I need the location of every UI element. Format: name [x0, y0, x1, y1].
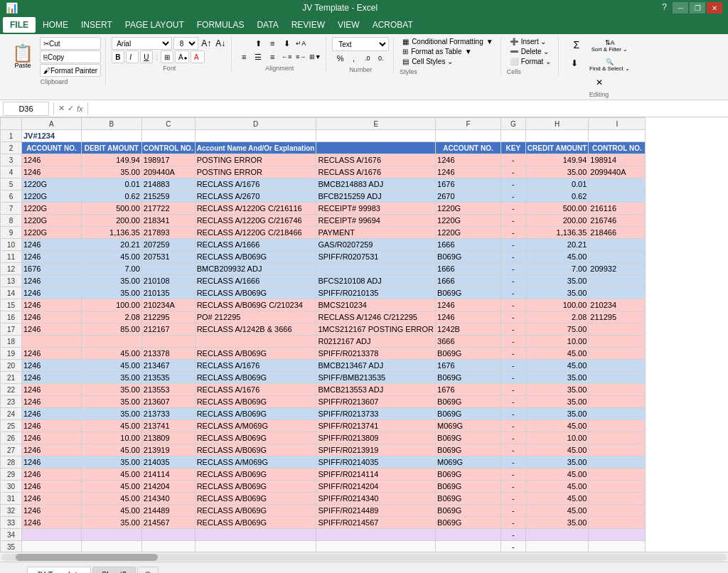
cell-b18[interactable] [81, 336, 141, 348]
cell-g35[interactable]: - [500, 541, 525, 552]
cell-c14[interactable]: 210135 [141, 287, 195, 299]
cell-g23[interactable]: - [500, 396, 525, 408]
cell-d6[interactable]: RECLASS A/2670 [195, 191, 316, 203]
row-header-21[interactable]: 21 [1, 372, 22, 384]
scroll-right-icon[interactable]: ▶ [16, 569, 27, 573]
cell-c3[interactable]: 198917 [141, 154, 195, 166]
col-header-d[interactable]: D [195, 118, 316, 130]
cell-e27[interactable]: SPIFF/R0213919 [316, 444, 436, 456]
cell-a15[interactable]: 1246 [22, 299, 82, 311]
cell-f14[interactable]: B069G [436, 287, 501, 299]
cell-c18[interactable] [141, 336, 195, 348]
insert-cells-button[interactable]: ➕ Insert ⌄ [507, 37, 554, 46]
cell-f12[interactable]: 1666 [436, 263, 501, 275]
cell-b31[interactable]: 45.00 [81, 493, 141, 505]
cell-h17[interactable]: 75.00 [525, 323, 589, 336]
cell-g20[interactable]: - [500, 360, 525, 372]
cell-h5[interactable]: 0.01 [525, 178, 589, 191]
bold-button[interactable]: B [112, 50, 124, 63]
cell-c28[interactable]: 214035 [141, 456, 195, 468]
cell-h1[interactable] [525, 130, 589, 142]
cell-b23[interactable]: 35.00 [81, 396, 141, 408]
cell-f26[interactable]: B069G [436, 432, 501, 444]
format-cells-button[interactable]: ⬜ Format ⌄ [507, 57, 554, 66]
cell-c34[interactable] [141, 529, 195, 541]
col-header-f[interactable]: F [436, 118, 501, 130]
cell-c35[interactable] [141, 541, 195, 552]
cell-a34[interactable] [22, 529, 82, 541]
cell-a32[interactable]: 1246 [22, 505, 82, 517]
cell-g29[interactable]: - [500, 468, 525, 481]
cell-d21[interactable]: RECLASS A/B069G [195, 372, 316, 384]
cell-a26[interactable]: 1246 [22, 432, 82, 444]
cell-h24[interactable]: 35.00 [525, 408, 589, 420]
cell-d14[interactable]: RECLASS A/B069G [195, 287, 316, 299]
cell-b13[interactable]: 35.00 [81, 275, 141, 287]
fill-button[interactable]: ⬇ [564, 56, 584, 74]
cell-d23[interactable]: RECLASS A/B069G [195, 396, 316, 408]
cell-a12[interactable]: 1676 [22, 263, 82, 275]
cell-a14[interactable]: 1246 [22, 287, 82, 299]
cell-f25[interactable]: M069G [436, 420, 501, 432]
delete-cells-button[interactable]: ➖ Delete ⌄ [507, 47, 554, 56]
cell-h29[interactable]: 45.00 [525, 468, 589, 481]
cell-a11[interactable]: 1246 [22, 251, 82, 263]
cell-d5[interactable]: RECLASS A/1676 [195, 178, 316, 191]
cell-g7[interactable]: - [500, 203, 525, 215]
cell-i9[interactable]: 218466 [589, 227, 646, 239]
cell-f24[interactable]: B069G [436, 408, 501, 420]
cell-f32[interactable]: B069G [436, 505, 501, 517]
cell-i28[interactable] [589, 456, 646, 468]
horizontal-scrollbar[interactable] [0, 552, 728, 562]
cell-e20[interactable]: BMCB213467 ADJ [316, 360, 436, 372]
cell-c26[interactable]: 213809 [141, 432, 195, 444]
cell-g27[interactable]: - [500, 444, 525, 456]
align-top-button[interactable]: ⬆ [252, 37, 264, 50]
cell-h10[interactable]: 20.21 [525, 239, 589, 251]
row-header-3[interactable]: 3 [1, 154, 22, 166]
cell-g4[interactable]: - [500, 166, 525, 178]
indent-increase-button[interactable]: ≡→ [294, 50, 307, 63]
cell-b32[interactable]: 45.00 [81, 505, 141, 517]
cell-f22[interactable]: 1676 [436, 384, 501, 396]
cell-a30[interactable]: 1246 [22, 481, 82, 493]
cell-g25[interactable]: - [500, 420, 525, 432]
menu-data[interactable]: DATA [251, 17, 284, 33]
cell-e29[interactable]: SPIFF/R0214114 [316, 468, 436, 481]
cell-b7[interactable]: 500.00 [81, 203, 141, 215]
cell-g5[interactable]: - [500, 178, 525, 191]
cell-d1[interactable] [195, 130, 316, 142]
cell-d2[interactable]: Account Name And/Or Explanation [195, 142, 316, 154]
cell-a28[interactable]: 1246 [22, 456, 82, 468]
row-header-9[interactable]: 9 [1, 227, 22, 239]
cell-h15[interactable]: 100.00 [525, 299, 589, 311]
number-format-selector[interactable]: Text General Number Currency Accounting [332, 37, 389, 51]
cell-b10[interactable]: 20.21 [81, 239, 141, 251]
menu-insert[interactable]: INSERT [75, 17, 118, 33]
cell-d15[interactable]: RECLASS A/B069G C/210234 [195, 299, 316, 311]
cell-i15[interactable]: 210234 [589, 299, 646, 311]
cell-f11[interactable]: B069G [436, 251, 501, 263]
cell-d28[interactable]: RECLASS A/M069G [195, 456, 316, 468]
cell-g1[interactable] [500, 130, 525, 142]
underline-button[interactable]: U [140, 50, 153, 63]
col-header-h[interactable]: H [525, 118, 589, 130]
cell-a21[interactable]: 1246 [22, 372, 82, 384]
cell-d25[interactable]: RECLASS A/M069G [195, 420, 316, 432]
cell-b16[interactable]: 2.08 [81, 311, 141, 323]
row-header-1[interactable]: 1 [1, 130, 22, 142]
cell-f7[interactable]: 1220G [436, 203, 501, 215]
font-name-selector[interactable]: Arial [112, 37, 172, 50]
cell-g15[interactable]: - [500, 299, 525, 311]
cell-b5[interactable]: 0.01 [81, 178, 141, 191]
cell-f13[interactable]: 1666 [436, 275, 501, 287]
cell-d12[interactable]: BMCB209932 ADJ [195, 263, 316, 275]
font-color-button[interactable]: A [191, 50, 205, 63]
cell-e30[interactable]: SPIFF/R0214204 [316, 481, 436, 493]
align-center-button[interactable]: ☰ [252, 50, 264, 63]
cell-a25[interactable]: 1246 [22, 420, 82, 432]
cell-f9[interactable]: 1220G [436, 227, 501, 239]
cell-e9[interactable]: PAYMENT [316, 227, 436, 239]
cell-f4[interactable]: 1246 [436, 166, 501, 178]
cell-h16[interactable]: 2.08 [525, 311, 589, 323]
